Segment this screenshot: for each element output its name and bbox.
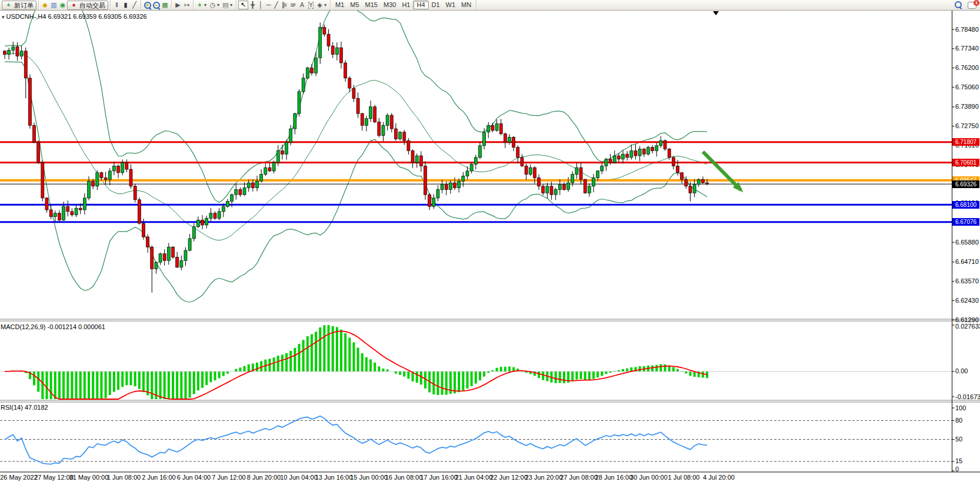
vertical-line-icon[interactable]: │ [257, 1, 265, 9]
arrows-dropdown-icon[interactable]: ▾ [324, 2, 328, 8]
autotrading-button[interactable]: ● 自动交易 [67, 1, 108, 10]
period-dropdown-icon[interactable]: ▾ [217, 2, 221, 8]
market-watch-icon[interactable]: ◆ [41, 1, 49, 9]
fibonacci-icon[interactable]: ≡F [289, 1, 298, 9]
zoom-group: + − ▦ [141, 0, 172, 10]
arrows-tool-icon[interactable]: ◈ [315, 1, 324, 9]
template-icon[interactable]: ▤ [221, 1, 230, 9]
chart-shift-marker[interactable] [713, 11, 719, 15]
label-tool-icon[interactable]: T [306, 1, 315, 9]
notifications-icon[interactable]: 1 [968, 2, 976, 9]
data-window-icon[interactable]: ▥ [49, 1, 58, 9]
new-order-label: 新订单 [14, 2, 34, 9]
period-clock-icon[interactable]: ◷ [208, 1, 217, 9]
tf-m5-button[interactable]: M5 [347, 1, 362, 9]
candlestick-chart-icon[interactable]: ▮ [121, 1, 130, 9]
new-order-button[interactable]: + 新订单 [2, 1, 36, 10]
trendline-icon[interactable]: ╱ [272, 1, 280, 9]
tf-h1-button[interactable]: H1 [399, 1, 413, 9]
insert-group: + ▾ ◷ ▾ ▤ ▾ [194, 0, 236, 10]
tf-h4-button[interactable]: H4 [413, 1, 428, 9]
horizontal-line-icon[interactable]: ─ [265, 1, 272, 9]
price-chart-canvas[interactable] [0, 10, 980, 482]
ohlc-expander-icon[interactable]: ▾ [2, 14, 5, 20]
zoom-in-icon[interactable]: + [143, 1, 152, 9]
tf-w1-button[interactable]: W1 [443, 1, 459, 9]
scroll-group: ▶ ↦ [172, 0, 194, 10]
line-chart-icon[interactable]: ╱ [130, 1, 139, 9]
navigator-icon[interactable]: ◉ [58, 1, 67, 9]
indicator-dropdown-icon[interactable]: ▾ [204, 2, 208, 8]
timeframe-group: M1 M5 M15 M30 H1 H4 D1 W1 MN [331, 0, 476, 10]
cursor-icon[interactable]: ↖ [238, 1, 248, 9]
chart-title: ▾ USDCNH-,H4 6.69321 6.69359 6.69305 6.6… [2, 13, 147, 20]
drawing-tools-group: ↖ ╋ │ ─ ╱ ∥E ≡F A T ◈ ▾ [236, 0, 331, 10]
main-toolbar: + 新订单 ◆ ▥ ◉ ● 自动交易 ‖ ▮ ╱ + − ▦ ▶ ↦ [0, 0, 980, 11]
tf-m1-button[interactable]: M1 [332, 1, 347, 9]
symbol-period-label: USDCNH-,H4 [6, 13, 46, 20]
trading-terminal-window: + 新订单 ◆ ▥ ◉ ● 自动交易 ‖ ▮ ╱ + − ▦ ▶ ↦ [0, 0, 980, 482]
autotrading-label: 自动交易 [79, 2, 105, 9]
chart-shift-icon[interactable]: ↦ [182, 1, 191, 9]
toolbar-right-group: 1 [955, 1, 976, 9]
search-icon[interactable] [955, 1, 962, 9]
tf-mn-button[interactable]: MN [458, 1, 474, 9]
chart-type-group: ‖ ▮ ╱ [111, 0, 141, 10]
panel-toggle-group: ◆ ▥ ◉ ● 自动交易 [39, 0, 111, 10]
equidistant-channel-icon[interactable]: ∥E [280, 1, 289, 9]
order-group: + 新订单 [0, 0, 39, 10]
text-tool-icon[interactable]: A [298, 1, 306, 9]
notification-count-badge: 1 [974, 0, 979, 6]
plus-icon: + [5, 1, 12, 9]
tf-m30-button[interactable]: M30 [381, 1, 399, 9]
zoom-out-icon[interactable]: − [152, 1, 161, 9]
add-indicator-icon[interactable]: + [195, 1, 204, 9]
autotrading-stop-icon: ● [70, 1, 78, 9]
bar-chart-icon[interactable]: ‖ [112, 1, 121, 9]
tf-d1-button[interactable]: D1 [429, 1, 443, 9]
ohlc-values: 6.69321 6.69359 6.69305 6.69326 [48, 13, 147, 20]
template-dropdown-icon[interactable]: ▾ [230, 2, 234, 8]
tile-windows-icon[interactable]: ▦ [161, 1, 169, 9]
crosshair-icon[interactable]: ╋ [248, 1, 257, 9]
tf-m15-button[interactable]: M15 [362, 1, 381, 9]
auto-scroll-icon[interactable]: ▶ [174, 1, 182, 9]
